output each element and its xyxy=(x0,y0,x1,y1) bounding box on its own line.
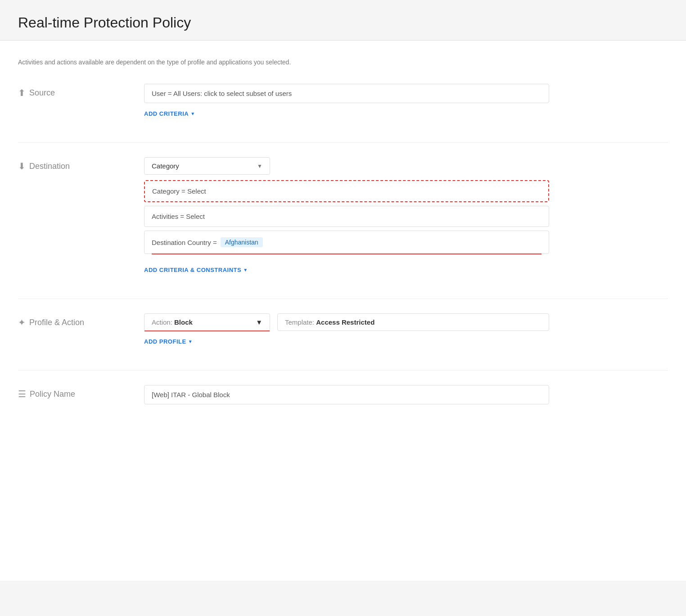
source-section: ⬆ Source User = All Users: click to sele… xyxy=(18,84,668,121)
destination-content: Category ▼ Category = Select Activities … xyxy=(144,157,549,277)
destination-icon: ⬇ xyxy=(18,161,26,172)
profile-action-label-text: Profile & Action xyxy=(29,318,84,327)
action-dropdown-label: Action: Block xyxy=(152,318,193,326)
policy-name-label: ☰ Policy Name xyxy=(18,385,144,399)
policy-name-section: ☰ Policy Name xyxy=(18,385,668,404)
profile-action-icon: ✦ xyxy=(18,317,26,328)
template-label: Template: xyxy=(285,318,314,326)
source-field[interactable]: User = All Users: click to select subset… xyxy=(144,84,549,103)
policy-name-content xyxy=(144,385,549,404)
country-tag[interactable]: Afghanistan xyxy=(221,237,263,247)
source-content: User = All Users: click to select subset… xyxy=(144,84,549,121)
source-add-criteria-button[interactable]: ADD CRITERIA ▼ xyxy=(144,107,195,121)
add-profile-button[interactable]: ADD PROFILE ▼ xyxy=(144,335,193,349)
policy-name-input[interactable] xyxy=(144,385,549,404)
destination-country-wrapper: Destination Country = Afghanistan xyxy=(144,231,549,254)
category-dropdown-chevron: ▼ xyxy=(257,163,262,169)
profile-action-content: Action: Block ▼ Template: Access Restric… xyxy=(144,313,549,349)
destination-add-criteria-button[interactable]: ADD CRITERIA & CONSTRAINTS ▼ xyxy=(144,263,248,277)
template-field: Template: Access Restricted xyxy=(277,313,549,331)
add-profile-arrow: ▼ xyxy=(188,339,193,344)
source-icon: ⬆ xyxy=(18,87,26,98)
action-row: Action: Block ▼ Template: Access Restric… xyxy=(144,313,549,331)
category-dropdown[interactable]: Category ▼ xyxy=(144,157,270,175)
policy-name-icon: ☰ xyxy=(18,389,26,399)
policy-name-label-text: Policy Name xyxy=(30,390,75,399)
category-row[interactable]: Category = Select xyxy=(144,180,549,202)
subtitle: Activities and actions available are dep… xyxy=(18,59,668,66)
source-label: ⬆ Source xyxy=(18,84,144,98)
action-dropdown-chevron: ▼ xyxy=(256,318,262,326)
destination-label-text: Destination xyxy=(29,162,70,171)
destination-label: ⬇ Destination xyxy=(18,157,144,172)
template-value: Access Restricted xyxy=(316,318,375,326)
activities-row[interactable]: Activities = Select xyxy=(144,206,549,227)
destination-add-criteria-arrow: ▼ xyxy=(243,267,248,272)
action-dropdown[interactable]: Action: Block ▼ xyxy=(144,313,270,331)
page-title: Real-time Protection Policy xyxy=(18,14,668,31)
source-add-criteria-arrow: ▼ xyxy=(190,111,195,116)
source-label-text: Source xyxy=(29,88,55,98)
action-label: Action: xyxy=(152,318,172,326)
destination-country-row[interactable]: Destination Country = Afghanistan xyxy=(144,231,549,254)
profile-action-section: ✦ Profile & Action Action: Block ▼ Templ… xyxy=(18,313,668,349)
profile-action-label: ✦ Profile & Action xyxy=(18,313,144,328)
action-value: Block xyxy=(174,318,193,326)
destination-section: ⬇ Destination Category ▼ Category = Sele… xyxy=(18,157,668,277)
